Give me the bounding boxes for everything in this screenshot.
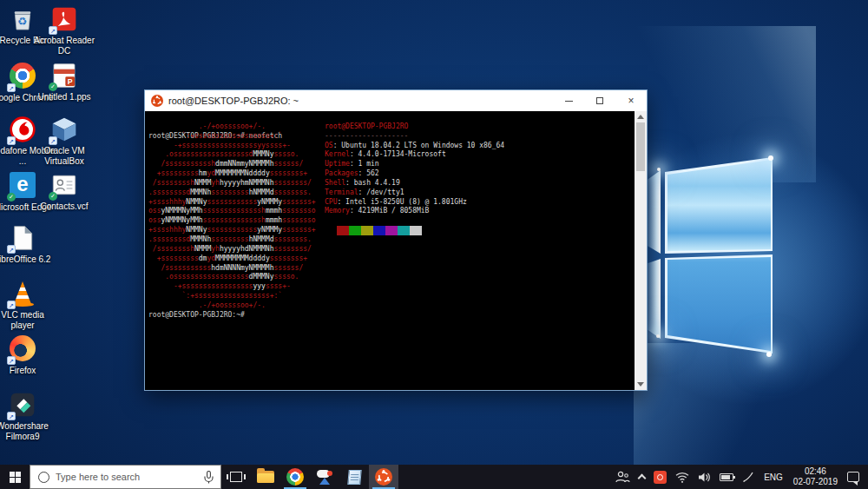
network-button[interactable] [671, 465, 694, 489]
file-explorer-button[interactable] [251, 465, 280, 489]
maximize-icon [596, 97, 603, 104]
show-hidden-icons-button[interactable] [635, 465, 649, 489]
ascii-art-line: `:+ssssssssssssssssss+:` [148, 292, 316, 301]
windows-start-icon [10, 472, 21, 483]
shortcut-arrow-badge: ↗ [49, 26, 57, 35]
neofetch-info-line: OS: Ubuntu 18.04.2 LTS on Windows 10 x86… [325, 142, 504, 151]
scrollbar-thumb[interactable] [636, 122, 645, 171]
ascii-art-line: +ssssssssshmydMMMMMMMNddddyssssssss+ [148, 169, 316, 179]
ascii-art-line: +sssshhhyNMMNyssssssssssssyNMMMysssssss+ [148, 198, 316, 208]
close-button[interactable]: × [615, 90, 647, 111]
desktop-icon-virtualbox[interactable]: ↗ Oracle VM VirtualBox [31, 116, 97, 167]
desktop-icon-vlc[interactable]: ↗ VLC media player [0, 280, 56, 331]
minimize-button[interactable] [553, 90, 584, 111]
terminal-color-swatch [361, 226, 373, 235]
pen-icon [742, 471, 754, 483]
ascii-art-line: .ossssssssssssssssssdMMMNysssso. [148, 150, 316, 160]
ascii-art-line: ossyNMMMNyMMhsssssssssssssshmmmhssssssso [148, 207, 316, 216]
terminal-scrollbar[interactable] [635, 111, 647, 390]
desktop-icon-label: VLC media player [0, 310, 56, 331]
clock-date: 02-07-2019 [793, 477, 838, 487]
ascii-art-line: /ssssssssssshdmNNNNmyNMMMMhssssss/ [148, 264, 316, 274]
terminal-color-swatch [410, 226, 422, 235]
neofetch-info: root@DESKTOP-PGBJ2RO--------------------… [325, 122, 504, 216]
neofetch-separator: -------------------- [325, 132, 504, 142]
document-app-icon [347, 470, 361, 485]
ascii-art-line: ossyNMMMNyMMhsssssssssssssshmmmhssssssso [148, 216, 316, 226]
acrobat-icon: ↗ [50, 5, 78, 33]
ascii-art-line: /ssssssssssshdmmNNmmyNMMMMhssssss/ [148, 160, 316, 169]
terminal-color-swatch [349, 226, 361, 235]
terminal-color-swatches [325, 226, 422, 235]
microphone-icon[interactable] [204, 471, 214, 484]
terminal-color-swatch [373, 226, 385, 235]
terminal-titlebar[interactable]: root@DESKTOP-PGBJ2RO: ~ × [145, 90, 647, 111]
start-button[interactable] [0, 465, 30, 489]
neofetch-ascii-art: .-/+oossssoo+/-. `:+ssssssssssssssssss+:… [148, 122, 316, 311]
language-indicator[interactable]: ENG [759, 472, 788, 482]
desktop-icon-label: Firefox [0, 366, 56, 376]
clock-time: 02:46 [793, 466, 838, 477]
action-center-button[interactable] [843, 465, 868, 489]
ascii-art-line: .-/+oossssoo+/-. [148, 122, 316, 132]
shortcut-arrow-badge: ↗ [7, 245, 16, 254]
ascii-art-line: .ssssssssdMMMNhssssssssshNMMMdssssssss. [148, 188, 316, 198]
svg-text:♻: ♻ [17, 16, 27, 28]
ascii-art-line: .ssssssssdMMMNhssssssssshNMMMdssssssss. [148, 235, 316, 245]
ascii-art-line: /sssssssshNMMMyhhyyyyhdNMMMNhssssssss/ [148, 245, 316, 254]
ascii-art-line: -+ssssssssssssssssssyyssss+- [148, 142, 316, 151]
shortcut-arrow-badge: ↗ [49, 136, 57, 145]
terminal-content[interactable]: root@DESKTOP-PGBJ2RO:~# neofetch .-/+oos… [145, 111, 647, 390]
desktop-icon-contacts[interactable]: ✓ Contacts.vcf [31, 171, 97, 212]
desktop-icon-label: LibreOffice 6.2 [0, 254, 56, 265]
maximize-button[interactable] [584, 90, 615, 111]
neofetch-info-line: Packages: 562 [325, 169, 504, 179]
ascii-art-line: .ossssssssssssssssssdMMMNysssso. [148, 273, 316, 282]
neofetch-info-line: Kernel: 4.4.0-17134-Microsoft [325, 150, 504, 160]
ascii-art-line: +sssssssssdmydMMMMMMMMddddyssssssss+ [148, 254, 316, 264]
desktop-icon-label: Acrobat Reader DC [31, 36, 97, 56]
desktop-icon-firefox[interactable]: ↗ Firefox [0, 334, 56, 376]
chrome-taskbar-button[interactable] [280, 465, 310, 489]
cortana-icon [38, 472, 49, 483]
volume-button[interactable] [694, 465, 715, 489]
tray-app-button[interactable] [649, 465, 671, 489]
ubuntu-window-icon [151, 95, 163, 107]
people-button[interactable] [610, 465, 635, 489]
firefox-icon: ↗ [9, 335, 36, 363]
windows-ink-button[interactable] [738, 465, 759, 489]
desktop-icon-acrobat[interactable]: ↗ Acrobat Reader DC [31, 5, 97, 56]
ascii-art-line: +sssshhhyNMMNyssssssssssssyNMMMysssssss+ [148, 226, 316, 235]
svg-text:P: P [68, 77, 73, 86]
neofetch-info-line: Shell: bash 4.4.19 [325, 179, 504, 188]
terminal-color-swatch [398, 226, 410, 235]
scroll-up-icon[interactable] [637, 115, 644, 119]
desktop-icon-filmora[interactable]: ↗ Wondershare Filmora9 [0, 391, 56, 442]
terminal-text: root@DESKTOP-PGBJ2RO:~# neofetch .-/+oos… [148, 113, 635, 390]
ascii-art-line: -+sssssssssssssssssyyyssss+- [148, 282, 316, 292]
desktop-icon-label: Untitled 1.pps [31, 92, 97, 102]
ubuntu-taskbar-button[interactable] [369, 465, 398, 489]
desktop-icon-libreoffice[interactable]: ↗ LibreOffice 6.2 [0, 224, 56, 265]
neofetch-info-line: Uptime: 1 min [325, 160, 504, 169]
terminal-color-swatch [337, 226, 349, 235]
paint3d-taskbar-button[interactable] [310, 465, 339, 489]
taskbar-clock[interactable]: 02:46 02-07-2019 [788, 466, 843, 487]
taskbar-search[interactable] [30, 465, 221, 489]
tray-app-icon [654, 471, 667, 484]
document-app-taskbar-button[interactable] [339, 465, 369, 489]
sync-check-badge: ✓ [49, 192, 57, 201]
battery-button[interactable] [715, 465, 738, 489]
scroll-down-icon[interactable] [637, 382, 644, 387]
search-input[interactable] [56, 472, 197, 482]
system-tray: ENG 02:46 02-07-2019 [610, 465, 868, 489]
terminal-window[interactable]: root@DESKTOP-PGBJ2RO: ~ × root@DESKTOP-P… [144, 89, 648, 391]
desktop-icon-pps[interactable]: P✓ Untitled 1.pps [31, 62, 97, 102]
shortcut-arrow-badge: ↗ [7, 136, 16, 145]
vlc-icon: ↗ [9, 280, 36, 307]
virtualbox-icon: ↗ [50, 116, 78, 143]
task-view-button[interactable] [221, 465, 251, 489]
sync-check-badge: ✓ [49, 83, 57, 91]
folder-icon [257, 471, 274, 483]
desktop-icon-label: Wondershare Filmora9 [0, 421, 56, 442]
